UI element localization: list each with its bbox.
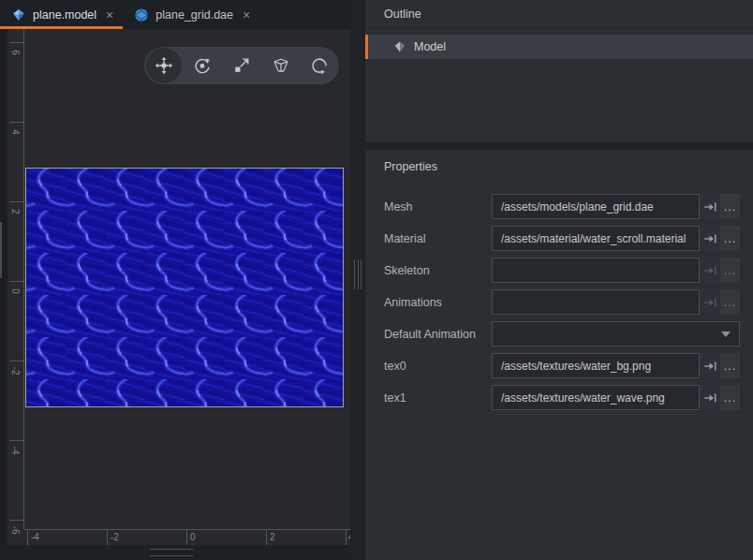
transform-toolbar bbox=[144, 47, 339, 84]
goto-asset-button[interactable] bbox=[700, 258, 720, 283]
field-label: Animations bbox=[384, 296, 442, 309]
ruler-label: -2 bbox=[9, 364, 21, 377]
material-input[interactable] bbox=[492, 226, 700, 251]
ruler-tick bbox=[107, 530, 108, 545]
property-row-default-animation: Default Animation bbox=[365, 321, 753, 346]
ruler-label: -4 bbox=[31, 532, 39, 542]
goto-icon bbox=[702, 231, 717, 246]
ruler-tick bbox=[9, 122, 23, 123]
property-row-material: Material ... bbox=[365, 226, 753, 251]
browse-button[interactable]: ... bbox=[720, 289, 740, 315]
ruler-label: 0 bbox=[9, 285, 21, 298]
close-icon[interactable]: × bbox=[243, 8, 250, 22]
ruler-tick bbox=[9, 361, 23, 361]
browse-button[interactable]: ... bbox=[720, 194, 740, 219]
horizontal-ruler: -4 -2 0 2 4 bbox=[24, 529, 350, 545]
horizontal-resize-grip[interactable] bbox=[150, 549, 193, 556]
goto-icon bbox=[702, 295, 717, 310]
goto-asset-button[interactable] bbox=[700, 194, 720, 219]
browse-button[interactable]: ... bbox=[720, 258, 740, 283]
goto-icon bbox=[702, 391, 717, 405]
water-plane-preview bbox=[25, 168, 344, 407]
left-edge-strip bbox=[0, 29, 7, 560]
scale-tool-button[interactable] bbox=[222, 47, 261, 84]
ruler-tick bbox=[186, 530, 187, 545]
tab-plane-model[interactable]: plane.model × bbox=[0, 0, 123, 29]
scale-icon bbox=[232, 56, 251, 75]
gem-icon bbox=[11, 7, 26, 22]
field-label: tex1 bbox=[384, 391, 406, 405]
property-row-tex1: tex1 ... bbox=[365, 385, 753, 410]
bottom-edge-strip bbox=[0, 545, 350, 560]
goto-icon bbox=[702, 359, 717, 374]
goto-icon bbox=[702, 199, 717, 214]
property-row-mesh: Mesh ... bbox=[365, 194, 753, 219]
ruler-tick bbox=[9, 201, 23, 202]
water-texture bbox=[26, 169, 343, 406]
field-label: Mesh bbox=[384, 200, 413, 214]
panel-splitter[interactable] bbox=[350, 0, 365, 560]
goto-asset-button[interactable] bbox=[700, 226, 720, 251]
goto-icon bbox=[702, 263, 717, 278]
browse-button[interactable]: ... bbox=[720, 385, 740, 410]
tex1-input[interactable] bbox=[492, 385, 700, 410]
ruler-label: 4 bbox=[9, 125, 21, 139]
ruler-tick bbox=[9, 281, 23, 282]
ruler-label: -2 bbox=[111, 532, 119, 542]
ruler-label: 2 bbox=[270, 532, 275, 542]
refresh-icon bbox=[310, 56, 329, 75]
skeleton-input[interactable] bbox=[492, 258, 700, 283]
inspector-panel: Outline Model Properties Mesh bbox=[365, 0, 753, 560]
model-editor-window: plane.model × plane_grid.dae × 6 4 2 0 -… bbox=[0, 0, 753, 560]
sphere-icon bbox=[134, 7, 149, 22]
splitter-grip[interactable] bbox=[354, 259, 362, 289]
ruler-tick bbox=[9, 440, 23, 441]
field-label: Material bbox=[384, 232, 425, 245]
default-animation-select[interactable] bbox=[492, 321, 740, 346]
field-label: Default Animation bbox=[384, 328, 476, 341]
goto-asset-button[interactable] bbox=[700, 289, 720, 315]
close-icon[interactable]: × bbox=[106, 8, 113, 22]
model-viewport[interactable] bbox=[24, 29, 350, 529]
rotate-icon bbox=[193, 56, 212, 75]
field-label: tex0 bbox=[384, 360, 406, 373]
property-row-animations: Animations ... bbox=[365, 289, 753, 315]
tab-plane-grid-dae[interactable]: plane_grid.dae × bbox=[123, 0, 259, 29]
refresh-tool-button[interactable] bbox=[300, 47, 339, 84]
property-row-tex0: tex0 ... bbox=[365, 353, 753, 378]
ruler-tick bbox=[9, 42, 23, 43]
browse-button[interactable]: ... bbox=[720, 353, 740, 378]
tab-label: plane.model bbox=[33, 8, 96, 22]
tex0-input[interactable] bbox=[492, 353, 700, 378]
vertical-ruler: 6 4 2 0 -2 -4 -6 bbox=[7, 29, 24, 529]
outline-header: Outline bbox=[365, 0, 753, 29]
move-tool-button[interactable] bbox=[144, 47, 184, 84]
tab-bar: plane.model × plane_grid.dae × bbox=[0, 0, 350, 29]
frustum-tool-button[interactable] bbox=[261, 47, 301, 84]
outline-title: Outline bbox=[384, 7, 421, 21]
field-label: Skeleton bbox=[384, 264, 430, 277]
ruler-label: -6 bbox=[9, 523, 21, 537]
ruler-label: 2 bbox=[9, 205, 21, 218]
goto-asset-button[interactable] bbox=[700, 385, 720, 410]
ruler-tick bbox=[346, 530, 347, 545]
outline-item-model[interactable]: Model bbox=[365, 35, 753, 59]
animations-input[interactable] bbox=[492, 289, 700, 315]
mesh-input[interactable] bbox=[492, 194, 700, 219]
ruler-tick bbox=[9, 520, 23, 521]
move-icon bbox=[155, 56, 173, 75]
model-diamond-icon bbox=[393, 40, 406, 53]
property-row-skeleton: Skeleton ... bbox=[365, 258, 753, 283]
section-separator[interactable] bbox=[365, 142, 753, 150]
ruler-tick bbox=[27, 530, 28, 545]
goto-asset-button[interactable] bbox=[700, 353, 720, 378]
vertical-scrollbar-thumb[interactable] bbox=[0, 222, 2, 278]
rotate-tool-button[interactable] bbox=[184, 47, 223, 84]
ruler-label: 6 bbox=[9, 46, 21, 59]
ruler-tick bbox=[266, 530, 267, 545]
chevron-down-icon bbox=[721, 332, 731, 337]
tab-label: plane_grid.dae bbox=[155, 8, 233, 22]
browse-button[interactable]: ... bbox=[720, 226, 740, 251]
frustum-icon bbox=[272, 56, 290, 75]
outline-item-label: Model bbox=[414, 40, 446, 53]
